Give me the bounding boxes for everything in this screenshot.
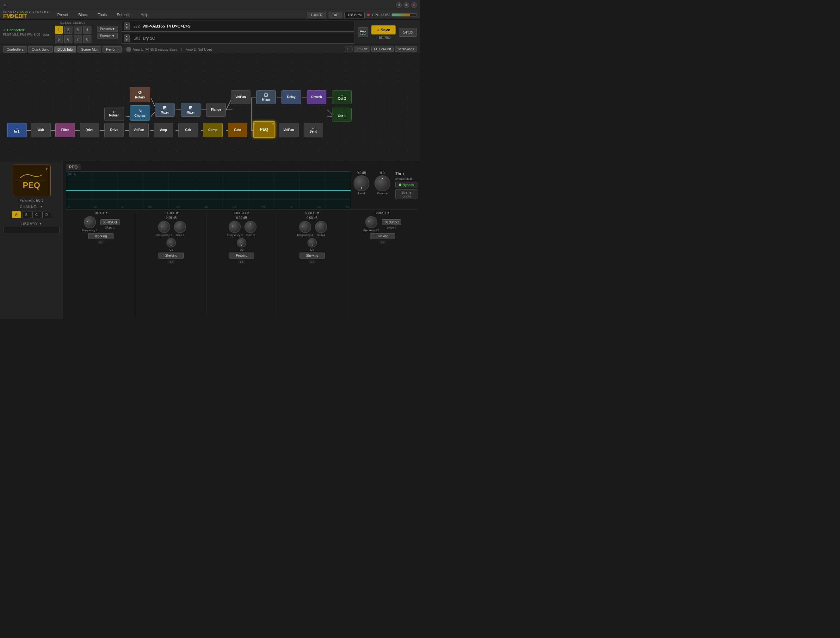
block-comp[interactable]: Comp (203, 123, 223, 137)
block-out2-label: Out 2 (338, 97, 346, 101)
band5-freq-knob[interactable] (365, 216, 377, 228)
scene-ignore-button[interactable]: SceneIgnore (395, 189, 417, 199)
band4-gain-knob[interactable] (315, 221, 327, 233)
fc-edit-button[interactable]: FC Edit (354, 46, 370, 52)
block-volpan3[interactable]: VolPan (231, 90, 251, 104)
level-knob[interactable] (354, 175, 369, 191)
camera-button[interactable]: 📷 (358, 27, 368, 37)
channel-btn-c[interactable]: C (32, 211, 41, 218)
scene-btn-3[interactable]: 3 (74, 25, 82, 34)
tab-perform[interactable]: Perform (103, 46, 122, 52)
band2-freq-knob[interactable] (158, 221, 170, 233)
block-drive2[interactable]: Drive (104, 123, 124, 137)
band4-q-knob[interactable] (308, 238, 317, 247)
scene-btn-2[interactable]: 2 (64, 25, 73, 34)
block-gate[interactable]: Gate (228, 123, 247, 137)
block-out2[interactable]: → Out 2 (332, 90, 352, 104)
block-mixer1[interactable]: ⊞ Mixer (155, 103, 175, 117)
scenes-dropdown[interactable]: Scenes▼ (97, 33, 118, 39)
balance-label: Balance (377, 192, 388, 195)
band2-gain-knob[interactable] (174, 221, 186, 233)
tap-button[interactable]: TAP (328, 12, 342, 18)
block-volpan2[interactable]: VolPan (279, 123, 298, 137)
band5-freq-label: Frequency 5 (363, 229, 379, 232)
band2-type-button[interactable]: Shelving (158, 253, 184, 258)
pause-icon[interactable]: ⏸ (3, 3, 6, 6)
band5-type-button[interactable]: Blocking (370, 233, 395, 239)
block-filter[interactable]: Filter (55, 123, 75, 137)
library-search-input[interactable] (3, 227, 60, 233)
scene-btn-8[interactable]: 8 (83, 35, 92, 43)
block-peq[interactable]: I PEQ 0 (253, 121, 275, 138)
tab-block-info[interactable]: Block Info (54, 46, 76, 52)
channel-btn-b[interactable]: B (22, 211, 31, 218)
preset-up-arrow[interactable]: ▲ (124, 22, 129, 26)
band1-freq-knob[interactable] (84, 216, 96, 228)
menu-preset[interactable]: Preset (55, 11, 70, 18)
scene-btn-5[interactable]: 5 (55, 35, 63, 43)
fc-per-prst-button[interactable]: FC Per-Prst (371, 46, 394, 52)
block-delay[interactable]: Delay (281, 90, 301, 104)
preset-down-arrow[interactable]: ▼ (124, 26, 129, 30)
close-button[interactable]: ✕ (411, 2, 417, 8)
block-cab[interactable]: Cab (178, 123, 198, 137)
block-amp[interactable]: Amp (154, 123, 173, 137)
block-reverb[interactable]: Reverb (307, 90, 326, 104)
block-send[interactable]: ↩ Send (304, 123, 323, 137)
scene-btn-6[interactable]: 6 (64, 35, 73, 43)
band5-slope-btn[interactable]: 36 dB/Oct (382, 219, 401, 225)
band1-type-button[interactable]: Blocking (88, 233, 114, 239)
band4-type-button[interactable]: Shelving (300, 253, 325, 258)
block-mixer2[interactable]: ⊞ Mixer (181, 103, 201, 117)
level-value: 0.0 dB (357, 171, 366, 175)
minimize-button[interactable]: ⊖ (396, 2, 402, 8)
menu-block[interactable]: Block (77, 11, 90, 18)
block-return[interactable]: ↩ Return (104, 107, 124, 121)
scene-up-arrow[interactable]: ▲ (124, 35, 129, 38)
channel-btn-d[interactable]: D (43, 211, 51, 218)
channel-btn-a[interactable]: A (12, 211, 21, 218)
block-in1[interactable]: → In 1 (7, 123, 27, 137)
scene-down-arrow[interactable]: ▼ (124, 38, 129, 42)
block-flange[interactable]: Flange (206, 103, 226, 117)
block-chorus[interactable]: ∿ Chorus (129, 105, 150, 120)
block-volpan1[interactable]: VolPan (129, 123, 148, 137)
nav-right: 10 FC Edit FC Per-Prst Sets/Songs (345, 46, 417, 52)
balance-knob[interactable] (374, 175, 390, 191)
channel-dropdown-arrow[interactable]: ▼ (40, 205, 43, 208)
block-mixer3[interactable]: ⊞ Mixer (256, 90, 276, 104)
menu-help[interactable]: Help (139, 11, 150, 18)
save-button[interactable]: ●Save (371, 25, 395, 35)
scene-btn-4[interactable]: 4 (83, 25, 92, 34)
setup-button[interactable]: Setup (399, 28, 417, 37)
maximize-button[interactable]: ⊕ (404, 2, 409, 8)
block-rotary[interactable]: ⟳ Rotary (129, 87, 150, 102)
tab-quick-build[interactable]: Quick Build (28, 46, 53, 52)
band2-q-knob[interactable] (166, 238, 176, 247)
tuner-button[interactable]: TUNER (307, 12, 326, 18)
sets-songs-button[interactable]: Sets/Songs (395, 46, 417, 52)
scene-btn-1[interactable]: 1 (55, 25, 63, 34)
band3-freq-knob[interactable] (229, 221, 241, 233)
menu-settings[interactable]: Settings (115, 11, 132, 18)
block-out1[interactable]: → Out 1 (332, 108, 352, 122)
library-dropdown[interactable]: ▼ (39, 222, 42, 225)
band3-type-button[interactable]: Peaking (229, 253, 254, 258)
band4-freq-knob[interactable] (299, 221, 311, 233)
bypass-button[interactable]: Bypass (395, 182, 417, 188)
scene-btn-7[interactable]: 7 (74, 35, 82, 43)
block-rotary-label: Rotary (135, 96, 145, 100)
presets-dropdown[interactable]: Presets▼ (97, 25, 118, 32)
band5-freq-knob-container: Frequency 5 (363, 216, 379, 232)
tab-controllers[interactable]: Controllers (3, 46, 27, 52)
band1-slope-btn[interactable]: 36 dB/Oct (100, 219, 120, 225)
block-preview[interactable]: ▼ PEQ (13, 165, 51, 196)
band3-gain-knob[interactable] (245, 221, 256, 233)
block-wah[interactable]: Wah (31, 123, 51, 137)
block-drive1[interactable]: Drive (80, 123, 99, 137)
menu-tools[interactable]: Tools (96, 11, 109, 18)
scene-row-display: ▲ ▼ S01 Dry SC (121, 33, 355, 44)
edited-label: – EDITED (376, 36, 391, 39)
band3-q-knob[interactable] (237, 238, 246, 247)
tab-scene-mgr[interactable]: Scene Mgr (77, 46, 101, 52)
